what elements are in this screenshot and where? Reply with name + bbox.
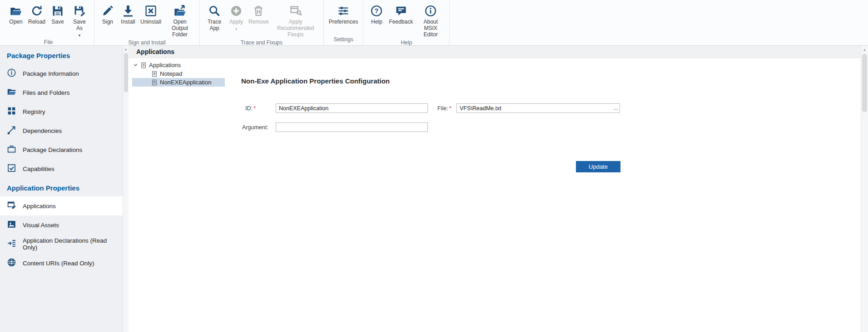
scroll-up-arrow-icon[interactable]: ▲ [861,46,868,53]
open-button[interactable]: Open [6,3,25,26]
save-icon [51,4,64,18]
update-button[interactable]: Update [576,161,620,172]
main-scrollbar[interactable]: ▲ [861,46,868,332]
apply-button-label: Apply [229,19,243,25]
sidebar-item-applications[interactable]: Applications [0,196,123,215]
fixups-icon [289,4,302,18]
scroll-up-arrow-icon[interactable]: ▲ [123,46,129,53]
ribbon-toolbar: Open Reload Save Save As ▾ File Sign [0,0,868,46]
sign-button-label: Sign [102,19,113,25]
chevron-down-icon: ▾ [235,27,238,31]
uninstall-button[interactable]: Uninstall [139,3,163,26]
apply-recommended-fixups-button[interactable]: Apply Recommended Fixups [272,3,320,38]
save-as-icon [73,4,86,18]
ribbon-group-sign-install: Sign Install Uninstall Open Output Folde… [94,0,200,45]
install-button-label: Install [121,19,135,25]
applications-tree: Applications Notepad NonEXEApplication [129,61,225,87]
save-as-button[interactable]: Save As ▾ [69,3,90,38]
tree-node-label: NonEXEApplication [160,79,211,86]
sidebar-item-package-information[interactable]: Package Information [0,64,123,83]
ribbon-group-settings: Preferences Settings [324,0,364,45]
tree-node-label: Notepad [160,70,182,77]
remove-button[interactable]: Remove [247,3,270,26]
sidebar-item-application-declarations[interactable]: Application Declarations (Read Only) [0,234,123,254]
sidebar: Package Properties Package Information F… [0,46,123,332]
trace-app-button-label: Trace App [205,19,224,32]
sidebar-scrollbar[interactable]: ▲ [123,46,129,332]
feedback-button[interactable]: Feedback [387,3,414,26]
plus-circle-icon [230,4,243,18]
main-scrollbar-thumb[interactable] [862,54,867,112]
sidebar-section-title-package-properties: Package Properties [0,46,123,64]
id-field-label-text: ID: [245,105,253,112]
about-msix-editor-button[interactable]: About MSIX Editor [416,3,446,38]
open-output-folder-button-label: Open Output Folder [165,19,194,38]
save-as-button-label: Save As [70,19,89,32]
reload-button-label: Reload [28,19,45,25]
sidebar-item-label: Dependencies [23,127,62,134]
info-circle-icon [7,68,16,79]
install-button[interactable]: Install [119,3,138,26]
file-field-wrap: … [456,103,620,113]
help-button[interactable]: ? Help [367,3,386,26]
sidebar-item-label: Registry [23,108,45,115]
open-button-label: Open [9,19,22,25]
id-field[interactable] [276,103,428,113]
ribbon-group-label-settings: Settings [327,35,360,45]
argument-field-label-text: Argument: [242,124,268,131]
argument-field-label: Argument: [242,124,268,131]
sidebar-item-label: Capabilities [23,166,55,172]
sidebar-section-title-application-properties: Application Properties [0,178,123,196]
pencil-icon [101,4,114,18]
sidebar-item-registry[interactable]: Registry [0,102,123,121]
image-icon [7,220,16,230]
sidebar-item-content-uris[interactable]: Content URIs (Read Only) [0,254,123,273]
open-output-folder-button[interactable]: Open Output Folder [164,3,196,38]
sidebar-item-visual-assets[interactable]: Visual Assets [0,215,123,234]
sidebar-item-capabilities[interactable]: Capabilities [0,159,123,178]
apply-button[interactable]: Apply ▾ [227,3,246,31]
reload-button[interactable]: Reload [27,3,47,26]
globe-icon [7,258,16,269]
tree-node-nonexeapplication[interactable]: NonEXEApplication [132,78,225,87]
tree-node-applications[interactable]: Applications [129,61,225,69]
file-field-label: File:* [437,105,451,112]
chevron-down-icon[interactable] [133,63,138,68]
open-folder-icon [10,4,22,18]
reload-icon [30,4,43,18]
question-circle-icon: ? [370,4,383,18]
preferences-button-label: Preferences [329,19,358,25]
file-field[interactable] [456,103,620,113]
dependencies-arrow-icon [7,125,16,136]
form-title: Non-Exe Application Properties Configura… [241,77,390,85]
save-button[interactable]: Save [48,3,67,26]
tree-node-notepad[interactable]: Notepad [132,69,225,78]
sidebar-scrollbar-thumb[interactable] [124,53,128,92]
page-title: Applications [136,48,174,55]
save-button-label: Save [51,19,64,25]
page-title-bar: Applications [129,46,861,58]
trace-app-button[interactable]: Trace App [203,3,225,32]
feedback-button-label: Feedback [389,19,413,25]
argument-field[interactable] [276,122,428,132]
magnifier-icon [208,4,221,18]
document-icon [151,79,158,86]
info-circle-icon [424,4,437,18]
download-arrow-icon [122,4,134,18]
sliders-icon [337,4,350,18]
browse-button[interactable]: … [613,104,619,112]
file-field-label-text: File: [437,105,448,112]
tree-node-label: Applications [149,62,181,68]
feedback-bubble-icon [395,4,407,18]
sign-button[interactable]: Sign [98,3,117,26]
apply-recommended-fixups-button-label: Apply Recommended Fixups [273,19,318,38]
applications-page: Applications Notepad NonEXEApplication N… [129,58,861,332]
sidebar-item-dependencies[interactable]: Dependencies [0,121,123,140]
output-folder-icon [174,4,186,18]
x-box-icon [144,4,157,18]
preferences-button[interactable]: Preferences [327,3,360,26]
sidebar-item-files-and-folders[interactable]: Files and Folders [0,83,123,102]
sidebar-item-package-declarations[interactable]: Package Declarations [0,140,123,159]
main-content: Applications Applications Notepad NonEXE… [129,46,861,332]
sidebar-item-label: Application Declarations (Read Only) [23,237,116,251]
